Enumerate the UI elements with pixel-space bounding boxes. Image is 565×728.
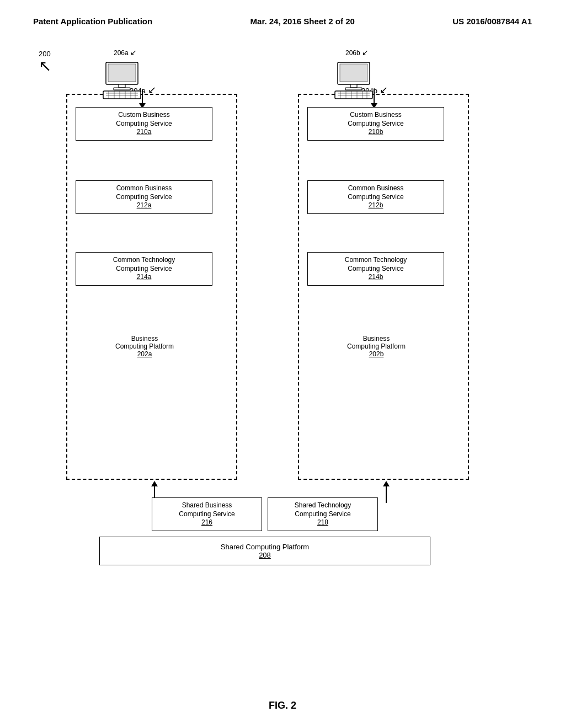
service-216: Shared Business Computing Service 216 (152, 497, 262, 531)
service-212b: Common Business Computing Service 212b (307, 180, 444, 214)
platform-208: Shared Computing Platform 208 (99, 537, 430, 565)
diagram: 200 ↙ 204a ↙ 204b ↙ 206a ↙ (33, 50, 530, 656)
arrow-206b-to-210b (371, 89, 377, 109)
service-218: Shared Technology Computing Service 218 (268, 497, 378, 531)
svg-rect-14 (340, 64, 367, 82)
header-right: US 2016/0087844 A1 (452, 17, 532, 26)
ref-200: 200 ↙ (39, 50, 51, 76)
svg-rect-3 (114, 88, 130, 90)
fig-label: FIG. 2 (0, 700, 565, 711)
service-210b: Custom Business Computing Service 210b (307, 107, 444, 141)
platform-202a: Business Computing Platform 202a (89, 335, 200, 358)
platform-202b: Business Computing Platform 202b (321, 335, 431, 358)
shared-platform-area: Shared Business Computing Service 216 Sh… (88, 497, 441, 565)
platform-box-204a: 206a ↙ (66, 94, 237, 480)
svg-rect-15 (350, 84, 357, 88)
svg-rect-2 (119, 84, 125, 88)
svg-rect-1 (108, 64, 136, 82)
page-header: Patent Application Publication Mar. 24, … (0, 0, 565, 26)
service-214b: Common Technology Computing Service 214b (307, 252, 444, 286)
service-212a: Common Business Computing Service 212a (76, 180, 212, 214)
arrow-206a-to-210a (139, 89, 146, 109)
svg-rect-16 (345, 88, 362, 90)
platform-box-204b: 206b ↙ (298, 94, 469, 480)
header-left: Patent Application Publication (33, 17, 152, 26)
service-210a: Custom Business Computing Service 210a (76, 107, 212, 141)
shared-services-row: Shared Business Computing Service 216 Sh… (88, 497, 441, 531)
page: Patent Application Publication Mar. 24, … (0, 0, 565, 728)
header-middle: Mar. 24, 2016 Sheet 2 of 20 (250, 17, 355, 26)
service-214a: Common Technology Computing Service 214a (76, 252, 212, 286)
